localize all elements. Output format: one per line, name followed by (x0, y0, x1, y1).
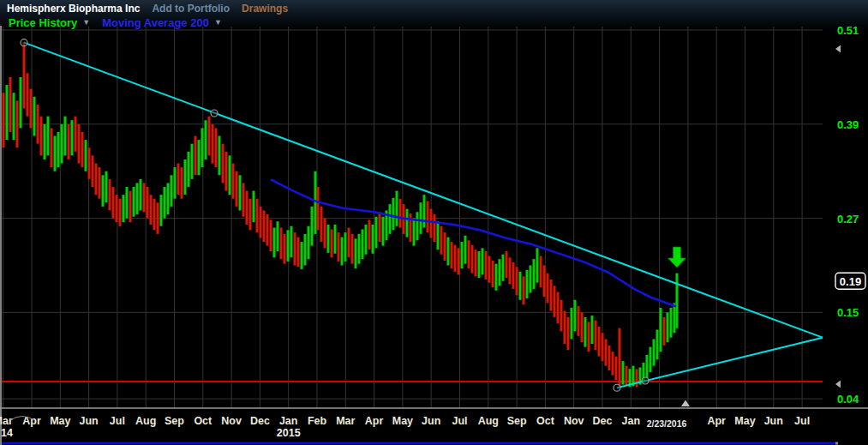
svg-text:Jul: Jul (794, 415, 810, 427)
price-bar (389, 204, 392, 234)
price-bar (191, 144, 194, 179)
date-marker-triangle[interactable] (681, 400, 690, 407)
price-bar (157, 202, 159, 234)
time-scrollbar-end-tick[interactable] (835, 442, 838, 445)
price-bar (143, 183, 146, 212)
price-bar (550, 280, 553, 311)
price-bar (482, 248, 484, 274)
price-bar (95, 164, 98, 195)
price-bar (119, 199, 122, 226)
price-bar (6, 85, 9, 140)
svg-text:Jul: Jul (452, 415, 467, 427)
price-bar (212, 124, 214, 164)
price-bar (646, 355, 649, 378)
price-bar (242, 183, 245, 216)
price-bar (451, 242, 453, 268)
price-chart[interactable]: 0.510.390.270.150.040.19MarAprMayJunJulA… (0, 0, 868, 445)
price-bar (341, 238, 344, 266)
moving-average-dropdown[interactable]: Moving Average 200 ▼ (102, 16, 222, 29)
down-arrow-annotation[interactable] (668, 247, 686, 268)
time-scrollbar[interactable] (2, 442, 835, 445)
price-bar (471, 245, 474, 274)
price-bar (423, 195, 426, 227)
price-bar (198, 140, 201, 175)
price-bar (195, 136, 197, 176)
horizontal-gridlines (2, 30, 823, 399)
price-bar (177, 164, 180, 195)
svg-text:Jul: Jul (110, 415, 125, 427)
price-bar (413, 219, 416, 246)
price-bar (358, 234, 361, 264)
selected-date-label: 2/23/2016 (647, 418, 687, 429)
price-bar (598, 327, 601, 357)
price-bar (75, 117, 77, 152)
price-bar (301, 242, 303, 269)
price-bar (249, 199, 252, 231)
price-bar (619, 328, 621, 387)
svg-text:Jun: Jun (79, 415, 98, 427)
svg-text:Mar: Mar (336, 415, 355, 427)
price-bar (461, 242, 464, 268)
price-bar (317, 187, 320, 230)
price-bar (653, 340, 655, 366)
svg-text:May: May (50, 415, 70, 427)
price-bar (368, 219, 371, 250)
drawings-button[interactable]: Drawings (242, 3, 288, 15)
svg-text:Jun: Jun (422, 415, 440, 427)
moving-average-label: Moving Average 200 (102, 16, 209, 29)
svg-text:2015: 2015 (277, 427, 301, 439)
price-bar (201, 128, 204, 167)
price-bar (440, 226, 443, 255)
price-bar (447, 238, 450, 266)
trendline-handle[interactable] (211, 110, 218, 117)
price-bar (54, 136, 57, 171)
price-bar (468, 240, 470, 268)
svg-text:Apr: Apr (365, 415, 384, 427)
svg-text:Dec: Dec (250, 415, 270, 427)
price-bar (650, 347, 652, 372)
svg-text:Mar: Mar (0, 415, 13, 427)
price-bar (530, 266, 532, 293)
price-bar (656, 330, 659, 360)
price-bar (355, 238, 357, 268)
price-bar (64, 117, 67, 156)
price-bar (150, 195, 153, 225)
price-bar (116, 195, 118, 222)
svg-text:May: May (392, 415, 413, 427)
price-bar (344, 232, 347, 262)
trendline-handle[interactable] (21, 39, 27, 46)
price-bar (602, 333, 604, 361)
svg-text:Apr: Apr (707, 415, 726, 427)
price-bar (324, 219, 326, 249)
price-bar (327, 225, 330, 253)
trendline-handle[interactable] (614, 384, 620, 391)
price-bar (475, 250, 477, 276)
price-bar (71, 120, 74, 155)
price-bar (615, 357, 618, 380)
price-bar (533, 259, 536, 289)
price-bar (636, 369, 638, 387)
svg-text:0.04: 0.04 (837, 393, 859, 406)
trendline-handle[interactable] (642, 377, 649, 384)
y-axis-labels: 0.510.390.270.150.04 (837, 24, 859, 406)
price-bar (581, 312, 584, 342)
price-bar (208, 117, 211, 156)
add-to-portfolio-button[interactable]: Add to Portfolio (152, 3, 230, 15)
price-bar (51, 128, 53, 167)
price-bar (33, 97, 36, 136)
price-bar (320, 207, 323, 242)
price-bar (622, 361, 625, 384)
svg-text:0.15: 0.15 (837, 306, 859, 319)
price-bar (331, 229, 333, 257)
price-bar (232, 164, 235, 199)
price-bar (164, 187, 166, 219)
price-bar (506, 251, 508, 278)
price-bar (660, 308, 662, 352)
price-bar (287, 230, 290, 262)
price-bar (595, 321, 597, 351)
price-history-dropdown[interactable]: Price History ▼ (9, 16, 90, 29)
price-bar (27, 73, 29, 116)
price-bar (560, 300, 563, 332)
price-bar (578, 306, 580, 336)
price-bar (136, 183, 139, 214)
